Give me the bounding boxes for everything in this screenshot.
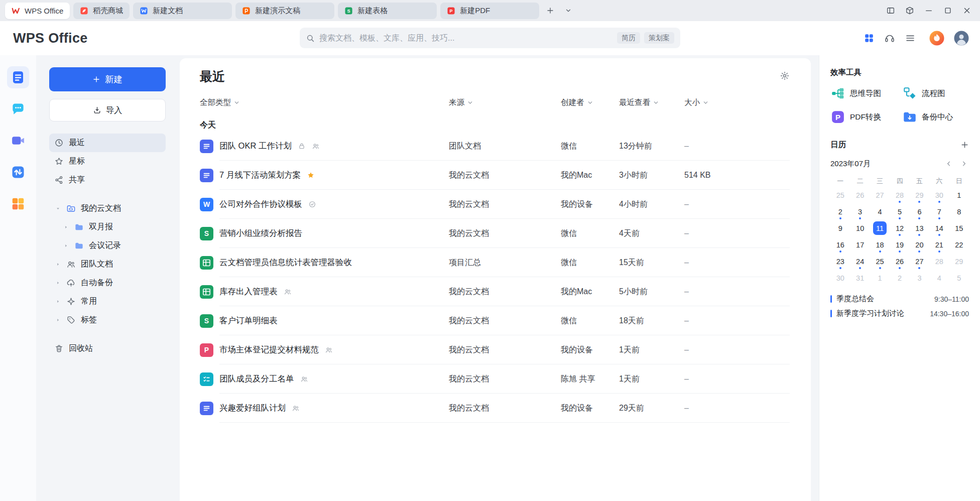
new-document-button[interactable]: 新建 [49, 67, 166, 91]
calendar-day[interactable]: 8 [949, 203, 969, 220]
caret-down-icon[interactable] [54, 205, 61, 212]
tab-4[interactable]: S新建表格 [338, 3, 437, 19]
caret-right-icon[interactable] [54, 261, 61, 268]
calendar-day[interactable]: 30 [830, 270, 850, 286]
calendar-day[interactable]: 1 [949, 187, 969, 203]
tab-0[interactable]: WPS Office [5, 3, 70, 19]
tool-mindmap[interactable]: 思维导图 [830, 86, 902, 101]
window-panel-button[interactable] [883, 3, 899, 18]
calendar-day[interactable]: 22 [949, 236, 969, 253]
headset-button[interactable] [884, 33, 895, 44]
member-avatar-button[interactable] [929, 31, 944, 46]
calendar-event-1[interactable]: 新季度学习计划讨论14:30–16:00 [830, 309, 969, 318]
tab-2[interactable]: 新建文档 [133, 3, 232, 19]
sidebar-tree-item-2[interactable]: 自动备份 [49, 274, 166, 292]
calendar-day[interactable]: 15 [949, 220, 969, 236]
calendar-day[interactable]: 26 [850, 187, 870, 203]
file-row-9[interactable]: 兴趣爱好组队计划我的云文档我的设备29天前– [200, 394, 790, 423]
calendar-day[interactable]: 24 [850, 253, 870, 270]
file-row-6[interactable]: S客户订单明细表我的云文档微信18天前– [200, 306, 790, 335]
sidebar-item-0[interactable]: 最近 [49, 134, 166, 152]
new-tab-button[interactable] [543, 4, 557, 18]
calendar-day[interactable]: 27 [910, 253, 929, 270]
calendar-day[interactable]: 30 [929, 187, 949, 203]
filter-1[interactable]: 来源 [449, 97, 561, 108]
import-button[interactable]: 导入 [49, 99, 166, 121]
calendar-day[interactable]: 25 [830, 187, 850, 203]
calendar-day[interactable]: 7 [929, 203, 949, 220]
calendar-day[interactable]: 10 [850, 220, 870, 236]
calendar-day[interactable]: 3 [910, 270, 929, 286]
calendar-day[interactable]: 28 [890, 187, 909, 203]
calendar-day[interactable]: 11 [870, 220, 890, 236]
caret-right-icon[interactable] [54, 317, 61, 324]
sidebar-tree-item-0-child-0[interactable]: 双月报 [49, 218, 166, 236]
tab-3[interactable]: 新建演示文稿 [235, 3, 334, 19]
calendar-day[interactable]: 20 [910, 236, 929, 253]
search-tag-1[interactable]: 策划案 [644, 32, 674, 44]
search-tag-0[interactable]: 简历 [617, 32, 640, 44]
file-row-3[interactable]: S营销小组业绩分析报告我的云文档微信4天前– [200, 219, 790, 248]
sidebar-tree-item-0[interactable]: 我的云文档 [49, 199, 166, 218]
tab-1[interactable]: 稻壳商城 [73, 3, 130, 19]
calendar-day[interactable]: 2 [830, 203, 850, 220]
tab-dropdown-button[interactable] [561, 4, 575, 18]
calendar-day[interactable]: 17 [850, 236, 870, 253]
filter-3[interactable]: 最近查看 [619, 97, 684, 108]
caret-right-icon[interactable] [54, 298, 61, 305]
calendar-day[interactable]: 6 [910, 203, 929, 220]
window-box-button[interactable] [902, 3, 918, 18]
caret-right-icon[interactable] [54, 280, 61, 287]
filter-2[interactable]: 创建者 [561, 97, 619, 108]
calendar-day[interactable]: 13 [910, 220, 929, 236]
calendar-day[interactable]: 29 [910, 187, 929, 203]
list-settings-button[interactable] [780, 71, 790, 83]
sidebar-item-trash[interactable]: 回收站 [49, 339, 166, 358]
calendar-day[interactable]: 29 [949, 253, 969, 270]
calendar-day[interactable]: 26 [890, 253, 909, 270]
file-row-2[interactable]: W公司对外合作协议模板我的云文档我的设备4小时前– [200, 190, 790, 219]
calendar-day[interactable]: 25 [870, 253, 890, 270]
apps-grid-button[interactable] [864, 33, 875, 44]
rail-item-apps[interactable] [7, 193, 29, 215]
calendar-day[interactable]: 4 [870, 203, 890, 220]
window-maximize-button[interactable] [940, 3, 956, 18]
calendar-day[interactable]: 12 [890, 220, 909, 236]
rail-item-messages[interactable] [7, 98, 29, 120]
rail-item-meetings[interactable] [7, 130, 29, 152]
rail-item-transfer[interactable] [7, 161, 29, 183]
sidebar-tree-item-3[interactable]: 常用 [49, 292, 166, 311]
rail-item-documents[interactable] [7, 66, 29, 88]
calendar-day[interactable]: 19 [890, 236, 909, 253]
calendar-day[interactable]: 5 [890, 203, 909, 220]
sidebar-tree-item-0-child-1[interactable]: 会议记录 [49, 236, 166, 255]
file-row-8[interactable]: 团队成员及分工名单我的云文档陈旭 共享1天前– [200, 364, 790, 394]
calendar-event-0[interactable]: 季度总结会9:30–11:00 [830, 294, 969, 304]
prev-month-button[interactable] [944, 159, 954, 169]
sidebar-item-1[interactable]: 星标 [49, 152, 166, 171]
calendar-day[interactable]: 14 [929, 220, 949, 236]
calendar-day[interactable]: 3 [850, 203, 870, 220]
caret-right-icon[interactable] [62, 224, 69, 231]
calendar-day[interactable]: 28 [929, 253, 949, 270]
user-avatar-button[interactable] [954, 31, 969, 46]
tool-pdf[interactable]: PPDF转换 [830, 109, 902, 124]
calendar-day[interactable]: 4 [929, 270, 949, 286]
filter-4[interactable]: 大小 [684, 97, 790, 108]
search-input[interactable] [319, 34, 612, 43]
window-close-button[interactable] [959, 3, 975, 18]
calendar-day[interactable]: 21 [929, 236, 949, 253]
sidebar-item-2[interactable]: 共享 [49, 171, 166, 189]
calendar-day[interactable]: 27 [870, 187, 890, 203]
sidebar-tree-item-1[interactable]: 团队文档 [49, 255, 166, 274]
tool-backup[interactable]: 备份中心 [902, 109, 969, 124]
next-month-button[interactable] [959, 159, 969, 169]
file-row-1[interactable]: 7 月线下活动策划方案我的云文档我的Mac3小时前514 KB [200, 161, 790, 190]
sidebar-tree-item-4[interactable]: 标签 [49, 311, 166, 329]
filter-0[interactable]: 全部类型 [200, 97, 449, 108]
calendar-day[interactable]: 9 [830, 220, 850, 236]
calendar-day[interactable]: 23 [830, 253, 850, 270]
tool-flowchart[interactable]: 流程图 [902, 86, 969, 101]
tab-5[interactable]: P新建PDF [440, 3, 539, 19]
calendar-day[interactable]: 18 [870, 236, 890, 253]
